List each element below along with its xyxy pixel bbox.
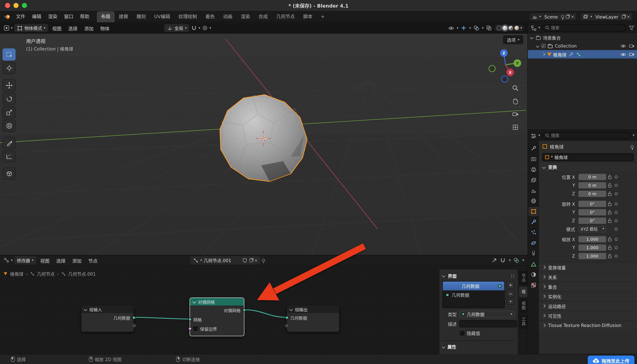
sidebar-tab-view[interactable]: 视图 [519,298,527,313]
node-overlays-icon[interactable] [514,257,519,263]
animate-dot[interactable] [613,219,619,222]
proportional-dropdown-icon[interactable]: ▾ [209,26,211,30]
socket-virtual[interactable] [133,324,135,327]
interface-item-input[interactable]: 几何数据 [443,290,504,299]
lock-icon[interactable] [606,218,613,223]
lock-icon[interactable] [606,201,613,206]
proportional-editing-icon[interactable] [202,25,208,31]
fake-user-shield-icon[interactable] [242,257,248,263]
lock-icon[interactable] [606,191,613,196]
socket-list-menu-button[interactable]: ▾ [507,299,514,305]
location-z-field[interactable]: 0 m [578,190,606,197]
properties-search[interactable] [542,132,631,139]
viewport-menu-view[interactable]: 视图 [50,24,64,31]
node-tree-name-input[interactable] [204,258,240,263]
rotation-mode-dropdown[interactable]: XYZ 欧拉▾ [578,226,606,232]
menu-help[interactable]: 帮助 [77,11,93,22]
remove-socket-button[interactable]: − [507,290,514,298]
workspace-tab-compositing[interactable]: 合成 [254,11,272,22]
location-x-field[interactable]: 0 m [578,174,606,180]
tab-render[interactable] [528,154,538,164]
animate-dot[interactable] [613,254,619,257]
transform-panel-header[interactable]: 变换 [539,162,637,171]
shading-material-icon[interactable] [509,26,513,30]
interface-item-output[interactable]: 几何数据 [443,282,504,290]
workspace-tab-modeling[interactable]: 建模 [115,11,132,22]
object-name-input[interactable] [554,154,631,160]
outliner-row-scene-collection[interactable]: 场景集合 [528,33,637,42]
visibility-icon[interactable] [448,25,454,31]
expand-icon[interactable] [536,44,539,48]
node-editor-icon[interactable] [3,257,9,263]
scene-dropdown-icon[interactable]: ▾ [539,15,541,18]
tab-scene[interactable] [528,186,538,195]
hide-value-checkbox[interactable] [460,331,464,335]
scale-y-field[interactable]: 1.000 [578,244,606,250]
lock-icon[interactable] [606,254,613,258]
menu-edit[interactable]: 编辑 [29,11,45,22]
node-snap-dropdown-icon[interactable]: ▾ [509,258,511,262]
visibility-dropdown-icon[interactable]: ▾ [457,26,458,30]
animate-dot[interactable] [613,238,619,240]
tab-output[interactable] [528,164,538,174]
gizmo-dropdown-icon[interactable]: ▾ [469,26,471,30]
node-tree-copy-icon[interactable] [249,258,253,262]
workspace-tab-scripting[interactable]: 脚本 [299,11,317,22]
tool-transform[interactable] [3,120,16,132]
animate-dot[interactable] [613,228,619,230]
tab-tool[interactable] [528,144,538,153]
outliner-editor-icon[interactable] [530,25,536,31]
scale-z-field[interactable]: 1.000 [578,253,606,259]
node-menu-select[interactable]: 选择 [54,257,68,264]
scene-copy-icon[interactable] [566,15,569,18]
viewlayer-name[interactable]: ViewLayer [594,14,620,19]
rotation-y-field[interactable]: 0° [578,209,606,215]
workspace-tab-shading[interactable]: 着色 [201,11,219,22]
workspace-tab-uv[interactable]: UV编辑 [150,11,174,22]
node-tree-selector[interactable]: ▾ × [190,256,260,264]
node-canvas[interactable]: 棱角球 › 几何节点 › 几何节点.001 组输入 [0,266,527,354]
animate-dot[interactable] [613,210,619,214]
tab-physics[interactable] [528,238,538,248]
id-browse-dropdown-icon[interactable]: ▾ [551,155,553,159]
workspace-tab-layout[interactable]: 布局 [97,11,115,22]
tab-modifiers[interactable] [528,217,538,227]
socket-geometry-out[interactable] [132,316,135,320]
node-snap-magnet-icon[interactable] [500,257,506,263]
breadcrumb-object-label[interactable]: 棱角球 [550,143,564,150]
object-label[interactable]: 棱角球 [553,51,566,58]
xray-toggle-icon[interactable] [486,25,492,31]
keep-boundaries-checkbox[interactable] [193,326,197,331]
editor-type-dropdown-icon[interactable]: ▾ [11,26,13,30]
outliner-row-collection[interactable]: ✓ Collection [528,42,637,50]
panel-expand-icon[interactable] [442,345,446,348]
breadcrumb-node-tree[interactable]: 几何节点.001 [68,270,96,277]
expand-icon[interactable] [530,36,534,39]
panel-motion-paths[interactable]: 运动路径 [539,301,637,310]
add-workspace-button[interactable]: + [317,11,329,22]
collection-label[interactable]: Collection [555,43,577,48]
viewport-menu-object[interactable]: 物体 [98,24,112,31]
tab-constraints[interactable] [528,249,538,258]
animate-dot[interactable] [613,184,619,187]
tool-rotate[interactable] [3,92,16,105]
node-editor-dropdown-icon[interactable]: ▾ [11,258,13,262]
attributes-panel-title[interactable]: 属性 [448,344,456,350]
location-y-field[interactable]: 0 m [578,182,606,188]
menu-render[interactable]: 渲染 [45,11,61,22]
workspace-tab-texture-paint[interactable]: 纹理绘制 [174,11,201,22]
tab-object-data[interactable] [528,259,538,269]
tool-measure[interactable] [3,150,16,162]
workspace-tab-geometry-nodes[interactable]: 几何节点 [272,11,299,22]
outliner-row-object[interactable]: 棱角球 [528,50,637,58]
navigation-gizmo[interactable]: Z Y X [485,48,527,87]
editor-type-icon[interactable] [3,25,9,31]
sidebar-tab-group[interactable]: 组 [519,286,527,297]
tool-move[interactable] [3,79,16,91]
menu-window[interactable]: 窗口 [61,11,77,22]
collection-checkbox[interactable]: ✓ [541,44,546,48]
rotation-x-field[interactable]: 0° [578,200,606,207]
viewport-options-button[interactable]: 选项 ▾ [503,35,523,44]
shading-dropdown-icon[interactable]: ▾ [520,26,522,30]
viewlayer-remove-icon[interactable]: × [627,14,630,19]
